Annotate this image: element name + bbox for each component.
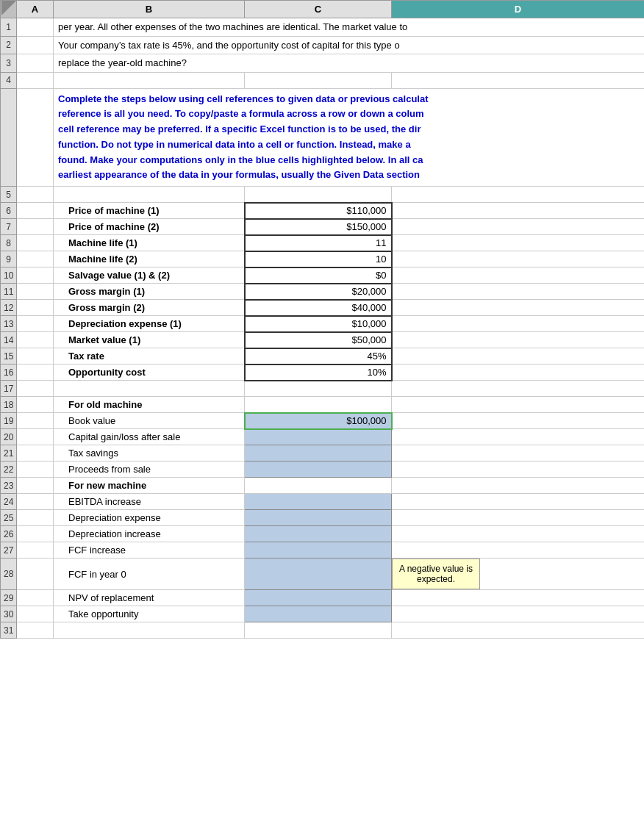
value-fcf-increase[interactable]: [245, 542, 392, 559]
row-9: 9 Machine life (2) 10: [1, 251, 645, 267]
cell-13a: [17, 316, 54, 332]
value-book-value[interactable]: $100,000: [245, 413, 392, 429]
row-24: 24 EBITDA increase: [1, 494, 645, 510]
rownum-4: 4: [1, 72, 17, 88]
value-tax-rate[interactable]: 45%: [245, 348, 392, 364]
value-proceeds-from-sale[interactable]: [245, 462, 392, 478]
value-market-value-1[interactable]: $50,000: [245, 332, 392, 348]
value-depreciation-expense-new[interactable]: [245, 510, 392, 526]
label-fcf-increase: FCF increase: [54, 542, 245, 559]
cell-7a: [17, 219, 54, 235]
label-depreciation-expense-1: Depreciation expense (1): [54, 316, 245, 332]
cell-17a: [17, 381, 54, 397]
rownum-2: 2: [1, 36, 17, 54]
cell-22e: [392, 462, 645, 478]
label-fcf-year-0: FCF in year 0: [54, 559, 245, 590]
cell-12e: [392, 300, 645, 316]
label-for-old-machine: For old machine: [54, 397, 245, 413]
row-10: 10 Salvage value (1) & (2) $0: [1, 267, 645, 284]
cell-18e: [392, 397, 645, 413]
rownum-11: 11: [1, 284, 17, 300]
row-4: 4: [1, 72, 645, 88]
cell-5b: [54, 187, 245, 203]
row-2: 2 Your company’s tax rate is 45%, and th…: [1, 36, 645, 54]
value-machine-life-1[interactable]: 11: [245, 235, 392, 251]
cell-23a: [17, 478, 54, 494]
value-price-machine-2[interactable]: $150,000: [245, 219, 392, 235]
rownum-12: 12: [1, 300, 17, 316]
value-opportunity-cost[interactable]: 10%: [245, 364, 392, 381]
instruction-span: Complete the steps below using cell refe…: [58, 93, 429, 181]
row-30: 30 Take opportunity: [1, 606, 645, 622]
label-market-value-1: Market value (1): [54, 332, 245, 348]
rownum-19: 19: [1, 413, 17, 429]
rownum-3: 3: [1, 54, 17, 73]
spreadsheet: A B C D E 1 per year. All other expenses…: [0, 0, 644, 639]
column-headers: A B C D E: [1, 1, 645, 18]
label-ebitda-increase: EBITDA increase: [54, 494, 245, 510]
cell-31c: [245, 622, 392, 639]
cell-4a: [17, 72, 54, 88]
value-depreciation-expense-1[interactable]: $10,000: [245, 316, 392, 332]
value-take-opportunity[interactable]: [245, 606, 392, 622]
cell-6a: [17, 203, 54, 219]
row-27: 27 FCF increase: [1, 542, 645, 559]
cell-26a: [17, 526, 54, 542]
label-depreciation-increase: Depreciation increase: [54, 526, 245, 542]
intro-text-1: per year. All other expenses of the two …: [54, 18, 645, 37]
label-price-machine-1: Price of machine (1): [54, 203, 245, 219]
label-tax-savings: Tax savings: [54, 445, 245, 462]
rownum-7: 7: [1, 219, 17, 235]
cell-9a: [17, 251, 54, 267]
svg-marker-0: [1, 1, 16, 15]
cell-4c: [245, 72, 392, 88]
cell-14e: [392, 332, 645, 348]
cell-19a: [17, 413, 54, 429]
row-18: 18 For old machine: [1, 397, 645, 413]
cell-15a: [17, 348, 54, 364]
value-capital-gain-loss[interactable]: [245, 429, 392, 445]
value-npv-replacement[interactable]: [245, 590, 392, 606]
cell-5c: [245, 187, 392, 203]
cell-9e: [392, 251, 645, 267]
row-8: 8 Machine life (1) 11: [1, 235, 645, 251]
rownum-28: 28: [1, 559, 17, 590]
instruction-text: Complete the steps below using cell refe…: [54, 88, 645, 187]
row-21: 21 Tax savings: [1, 445, 645, 462]
label-depreciation-expense-new: Depreciation expense: [54, 510, 245, 526]
cell-30e: [392, 606, 645, 622]
cell-20a: [17, 429, 54, 445]
cell-18a: [17, 397, 54, 413]
corner-cell: [1, 1, 17, 18]
label-for-new-machine: For new machine: [54, 478, 245, 494]
cell-27a: [17, 542, 54, 559]
value-tax-savings[interactable]: [245, 445, 392, 462]
cell-31d: [392, 622, 645, 639]
value-ebitda-increase[interactable]: [245, 494, 392, 510]
rownum-27: 27: [1, 542, 17, 559]
cell-4b: [54, 72, 245, 88]
value-gross-margin-1[interactable]: $20,000: [245, 284, 392, 300]
cell-24e: [392, 494, 645, 510]
rownum-1: 1: [1, 18, 17, 37]
value-salvage-value[interactable]: $0: [245, 267, 392, 284]
cell-5d: [392, 187, 645, 203]
value-fcf-year-0[interactable]: [245, 559, 392, 590]
note-text: A negative value is expected.: [399, 564, 473, 584]
rownum-26: 26: [1, 526, 17, 542]
intro-text-3: replace the year-old machine?: [54, 54, 645, 73]
cell-11e: [392, 284, 645, 300]
rownum-4b: [1, 88, 17, 187]
value-depreciation-increase[interactable]: [245, 526, 392, 542]
cell-14a: [17, 332, 54, 348]
value-machine-life-2[interactable]: 10: [245, 251, 392, 267]
cell-12a: [17, 300, 54, 316]
cell-4ba: [17, 88, 54, 187]
label-proceeds-from-sale: Proceeds from sale: [54, 462, 245, 478]
rownum-10: 10: [1, 267, 17, 284]
row-1: 1 per year. All other expenses of the tw…: [1, 18, 645, 37]
value-price-machine-1[interactable]: $110,000: [245, 203, 392, 219]
label-capital-gain-loss: Capital gain/loss after sale: [54, 429, 245, 445]
value-gross-margin-2[interactable]: $40,000: [245, 300, 392, 316]
cell-10a: [17, 267, 54, 284]
